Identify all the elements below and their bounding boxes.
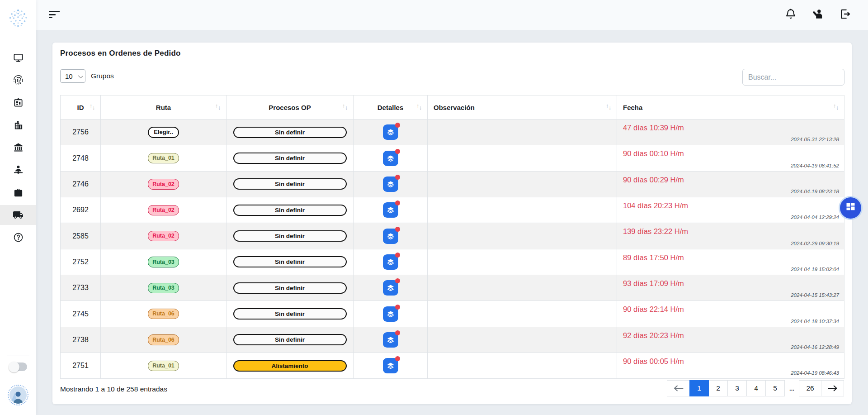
page-length-select[interactable]: 10: [60, 69, 85, 83]
floating-dashboard-button[interactable]: [840, 197, 861, 219]
duration-text: 90 días 00:10 H/m: [623, 149, 684, 158]
proceso-button[interactable]: Sin definir: [233, 178, 347, 190]
table-row: 2752 Ruta_03 Sin definir 89 días 17:50 H…: [61, 249, 844, 275]
page-title: Procesos en Ordenes de Pedido: [60, 49, 181, 58]
cell-observacion: [428, 249, 617, 275]
detalles-button[interactable]: [383, 254, 398, 270]
theme-toggle[interactable]: [9, 363, 27, 371]
detalles-button[interactable]: [383, 151, 398, 166]
notification-dot: [395, 253, 400, 258]
cell-procesos: Sin definir: [226, 327, 354, 353]
sort-icon: ↑↓: [342, 103, 350, 111]
cell-id: 2585: [61, 223, 101, 249]
ruta-badge[interactable]: Ruta_06: [148, 334, 179, 345]
col-header-fecha[interactable]: Fecha↑↓: [617, 95, 844, 119]
col-header-id[interactable]: ID↑↓: [61, 95, 101, 119]
col-header-observacion[interactable]: Observación↑↓: [428, 95, 617, 119]
proceso-button[interactable]: Sin definir: [233, 205, 347, 216]
duration-text: 89 días 17:50 H/m: [623, 253, 684, 262]
pagination-next-arrow[interactable]: [821, 380, 844, 396]
proceso-button[interactable]: Sin definir: [233, 127, 347, 138]
cell-observacion: [428, 301, 617, 327]
detalles-button[interactable]: [383, 358, 398, 373]
ruta-badge[interactable]: Ruta_02: [148, 179, 179, 189]
col-header-procesos[interactable]: Procesos OP↑↓: [226, 95, 354, 119]
pagination-page-3[interactable]: 3: [727, 380, 747, 396]
briefcase-icon: [13, 187, 24, 198]
sort-icon: ↑↓: [833, 103, 841, 111]
sidebar-item-person-desk[interactable]: [0, 160, 36, 180]
proceso-button[interactable]: Sin definir: [233, 153, 347, 164]
cell-fecha: 139 días 23:22 H/m 2024-02-29 09:30:19: [617, 223, 844, 249]
col-header-detalles[interactable]: Detalles↑↓: [354, 95, 428, 119]
cell-fecha: 104 días 20:23 H/m 2024-04-04 12:29:24: [617, 197, 844, 223]
cell-detalles: [354, 249, 428, 275]
timestamp-text: 2024-04-19 08:46:43: [791, 370, 839, 376]
notification-dot: [395, 356, 400, 361]
notification-dot: [395, 200, 400, 205]
sidebar-item-truck[interactable]: [0, 205, 36, 225]
sidebar-item-fingerprint[interactable]: [0, 70, 36, 90]
fingerprint-icon: [13, 75, 24, 85]
sidebar-item-monitor[interactable]: [0, 48, 36, 67]
detalles-button[interactable]: [383, 176, 398, 192]
timestamp-text: 2024-04-15 15:43:27: [791, 292, 839, 298]
pagination-page-26[interactable]: 26: [799, 380, 821, 396]
pagination: 12345...26: [667, 380, 844, 396]
ruta-badge[interactable]: Ruta_02: [148, 205, 179, 215]
pagination-page-5[interactable]: 5: [765, 380, 785, 396]
page-length-label: Grupos: [91, 72, 114, 80]
ruta-badge[interactable]: Ruta_01: [148, 153, 179, 163]
detalles-button[interactable]: [383, 202, 398, 218]
cell-ruta: Ruta_01: [101, 353, 226, 379]
proceso-button[interactable]: Sin definir: [233, 230, 347, 242]
col-header-ruta[interactable]: Ruta↑↓: [101, 95, 226, 119]
table-row: 2745 Ruta_06 Sin definir 90 días 22:14 H…: [61, 301, 844, 327]
cell-detalles: [354, 275, 428, 301]
sort-icon: ↑↓: [606, 103, 613, 111]
cell-id: 2692: [61, 197, 101, 223]
detalles-button[interactable]: [383, 332, 398, 348]
sort-icon: ↑↓: [416, 103, 424, 111]
logout-icon[interactable]: [839, 8, 851, 20]
sidebar-item-company[interactable]: [0, 115, 36, 135]
detalles-button[interactable]: [383, 229, 398, 244]
proceso-button[interactable]: Sin definir: [233, 256, 347, 267]
table-row: 2585 Ruta_02 Sin definir 139 días 23:22 …: [61, 223, 844, 249]
cell-observacion: [428, 275, 617, 301]
proceso-button[interactable]: Sin definir: [233, 282, 347, 294]
detalles-button[interactable]: [383, 280, 398, 296]
user-avatar[interactable]: [8, 385, 28, 405]
detalles-button[interactable]: [383, 306, 398, 322]
bell-icon[interactable]: [784, 8, 797, 20]
table-header-row: ID↑↓ Ruta↑↓ Procesos OP↑↓ Detalles↑↓ Obs…: [61, 95, 844, 119]
sidebar-item-board[interactable]: [0, 92, 36, 112]
detalles-button[interactable]: [383, 124, 398, 140]
assist-person-icon[interactable]: [811, 8, 824, 20]
cell-id: 2756: [61, 119, 101, 145]
ruta-badge[interactable]: Ruta_02: [148, 231, 179, 241]
ruta-badge[interactable]: Elegir..: [148, 127, 179, 138]
ruta-badge[interactable]: Ruta_03: [148, 257, 179, 267]
duration-text: 47 días 10:39 H/m: [623, 124, 684, 132]
layers-icon: [387, 310, 394, 318]
proceso-button[interactable]: Sin definir: [233, 334, 347, 345]
duration-text: 139 días 23:22 H/m: [623, 227, 688, 236]
sidebar-item-briefcase[interactable]: [0, 182, 36, 202]
menu-sort-lines-icon[interactable]: [49, 11, 61, 20]
proceso-button[interactable]: Alistamiento: [233, 360, 347, 372]
pagination-page-4[interactable]: 4: [746, 380, 766, 396]
pagination-prev-arrow[interactable]: [667, 380, 690, 396]
cell-procesos: Alistamiento: [226, 353, 354, 379]
pagination-page-2[interactable]: 2: [708, 380, 728, 396]
sidebar-item-bank[interactable]: [0, 138, 36, 157]
ruta-badge[interactable]: Ruta_03: [148, 283, 179, 293]
search-input[interactable]: [742, 69, 844, 86]
ruta-badge[interactable]: Ruta_01: [148, 361, 179, 371]
ruta-badge[interactable]: Ruta_06: [148, 309, 179, 319]
proceso-button[interactable]: Sin definir: [233, 308, 347, 320]
cell-detalles: [354, 197, 428, 223]
sidebar-item-help[interactable]: [0, 228, 36, 248]
cell-fecha: 90 días 00:29 H/m 2024-04-19 08:23:18: [617, 171, 844, 197]
pagination-page-1[interactable]: 1: [689, 380, 709, 396]
